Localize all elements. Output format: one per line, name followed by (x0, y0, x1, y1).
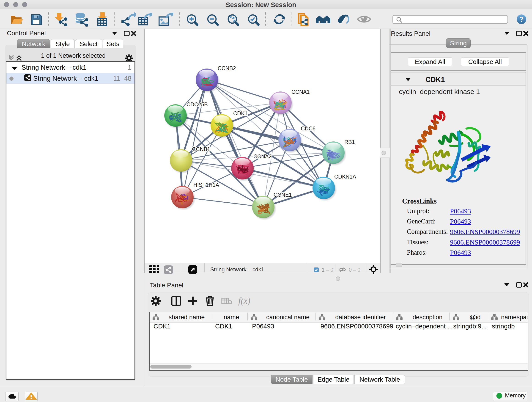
svg-text:CCNA2: CCNA2 (253, 153, 272, 160)
svg-text:CCNB1: CCNB1 (192, 146, 210, 152)
svg-text:RB1: RB1 (344, 139, 355, 145)
svg-text:CCNE1: CCNE1 (273, 192, 292, 198)
svg-text:CDC25B: CDC25B (186, 102, 208, 108)
svg-text:CDK1: CDK1 (233, 110, 248, 116)
svg-text:?: ? (519, 15, 524, 23)
svg-text:CCNA1: CCNA1 (291, 89, 310, 95)
svg-text:CDKN1A: CDKN1A (334, 174, 356, 180)
svg-text:HIST1H1A: HIST1H1A (193, 182, 219, 188)
svg-text:CCNB2: CCNB2 (218, 65, 236, 71)
svg-text:CDC6: CDC6 (301, 126, 316, 132)
